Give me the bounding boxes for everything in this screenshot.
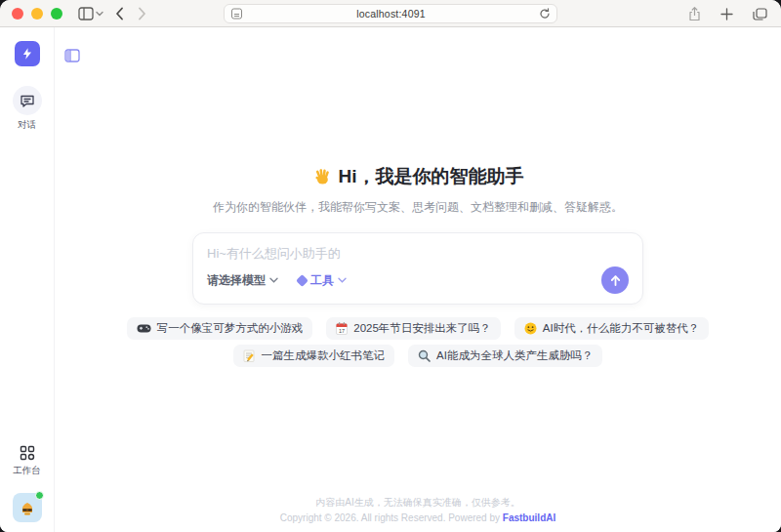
app-sidebar: 对话 工作台 xyxy=(0,27,55,532)
chip-row-2: 一篇生成爆款小红书笔记 AI能成为全球人类产生威胁吗？ xyxy=(233,345,603,367)
message-input[interactable] xyxy=(207,245,629,266)
memo-pencil-icon xyxy=(243,349,256,362)
suggestion-chip[interactable]: 17 2025年节日安排出来了吗？ xyxy=(326,317,501,340)
tools-selector-label: 工具 xyxy=(310,272,334,289)
tabs-overview-icon[interactable] xyxy=(751,6,769,22)
page-footer: 内容由AI生成，无法确保真实准确，仅供参考。 Copyright © 2026.… xyxy=(55,496,781,523)
chip-label: AI能成为全球人类产生威胁吗？ xyxy=(436,348,593,363)
url-text[interactable]: localhost:4091 xyxy=(243,8,539,20)
address-bar[interactable]: localhost:4091 xyxy=(224,4,557,23)
app-shell: 对话 工作台 xyxy=(0,27,781,532)
chip-row-1: 写一个像宝可梦方式的小游戏 17 2025年节日安排出来了吗？ xyxy=(127,317,709,340)
composer-toolbar: 请选择模型 工具 xyxy=(207,266,629,294)
suggestion-chip[interactable]: AI时代，什么能力不可被替代？ xyxy=(514,317,709,340)
tools-selector[interactable]: 工具 xyxy=(298,272,347,289)
panel-collapse-button[interactable] xyxy=(62,47,82,64)
ai-disclaimer: 内容由AI生成，无法确保真实准确，仅供参考。 xyxy=(55,496,781,510)
back-button[interactable] xyxy=(113,5,126,22)
suggestion-chips: 写一个像宝可梦方式的小游戏 17 2025年节日安排出来了吗？ xyxy=(55,317,781,367)
minimize-icon[interactable] xyxy=(31,8,43,20)
browser-nav-arrows xyxy=(113,5,148,22)
copyright-line: Copyright © 2026. All rights Reserved. P… xyxy=(55,512,781,523)
traffic-lights xyxy=(12,8,62,20)
page-title-text: Hi，我是你的智能助手 xyxy=(339,164,524,189)
browser-toolbar: localhost:4091 xyxy=(0,0,781,27)
chevron-down-icon xyxy=(96,11,103,17)
page-settings-icon[interactable] xyxy=(230,8,243,20)
suggestion-chip[interactable]: 一篇生成爆款小红书笔记 xyxy=(233,345,395,367)
grid-icon xyxy=(20,445,35,461)
sidebar-bottom: 工作台 xyxy=(13,445,42,522)
svg-text:17: 17 xyxy=(339,328,345,334)
model-selector-label: 请选择模型 xyxy=(207,272,266,289)
chevron-down-icon xyxy=(338,277,347,283)
address-bar-container: localhost:4091 xyxy=(224,4,557,23)
share-button[interactable] xyxy=(686,5,703,23)
suggestion-chip[interactable]: AI能成为全球人类产生威胁吗？ xyxy=(408,345,602,367)
smiley-icon xyxy=(524,322,537,335)
close-icon[interactable] xyxy=(12,8,23,20)
arrow-up-icon xyxy=(609,274,622,287)
copyright-text: Copyright © 2026. All rights Reserved. P… xyxy=(280,512,503,523)
chat-bubble-icon xyxy=(13,86,42,115)
tool-diamond-icon xyxy=(296,274,308,287)
app-logo xyxy=(15,41,40,66)
waving-hand-icon xyxy=(312,167,332,186)
page-subtitle: 作为你的智能伙伴，我能帮你写文案、思考问题、文档整理和删减、答疑解惑。 xyxy=(55,199,781,216)
model-selector[interactable]: 请选择模型 xyxy=(207,272,278,289)
emoji-avatar-icon xyxy=(17,497,38,518)
sidebar-item-workbench[interactable]: 工作台 xyxy=(13,445,41,477)
browser-window: localhost:4091 xyxy=(0,0,781,532)
hero-section: Hi，我是你的智能助手 作为你的智能伙伴，我能帮你写文案、思考问题、文档整理和删… xyxy=(55,164,781,216)
chip-label: 一篇生成爆款小红书笔记 xyxy=(262,348,386,363)
main-content: Hi，我是你的智能助手 作为你的智能伙伴，我能帮你写文案、思考问题、文档整理和删… xyxy=(55,27,781,532)
online-status-dot xyxy=(35,491,44,500)
user-avatar[interactable] xyxy=(13,493,42,522)
game-controller-icon xyxy=(137,323,151,334)
suggestion-chip[interactable]: 写一个像宝可梦方式的小游戏 xyxy=(127,317,313,340)
calendar-icon: 17 xyxy=(336,322,348,335)
chevron-down-icon xyxy=(269,277,278,283)
forward-button[interactable] xyxy=(136,5,148,22)
page-title: Hi，我是你的智能助手 xyxy=(312,164,524,189)
new-tab-icon[interactable] xyxy=(719,6,735,22)
message-composer: 请选择模型 工具 xyxy=(192,232,643,305)
send-button[interactable] xyxy=(601,266,629,294)
sidebar-item-chat[interactable]: 对话 xyxy=(13,86,42,132)
magnifier-icon xyxy=(418,349,431,362)
sidebar-item-label: 对话 xyxy=(18,119,36,132)
chip-label: 2025年节日安排出来了吗？ xyxy=(353,321,491,336)
zoom-icon[interactable] xyxy=(51,8,62,20)
chip-label: AI时代，什么能力不可被替代？ xyxy=(543,321,699,336)
sidebar-item-label: 工作台 xyxy=(13,465,41,477)
chip-label: 写一个像宝可梦方式的小游戏 xyxy=(157,321,304,336)
brand-link[interactable]: FastbuildAI xyxy=(503,512,555,523)
lightning-bolt-icon xyxy=(21,47,34,61)
toolbar-right-buttons xyxy=(686,0,769,27)
sidebar-panel-icon xyxy=(78,7,94,20)
reload-icon[interactable] xyxy=(539,8,551,20)
browser-sidebar-toggle-button[interactable] xyxy=(76,5,105,22)
